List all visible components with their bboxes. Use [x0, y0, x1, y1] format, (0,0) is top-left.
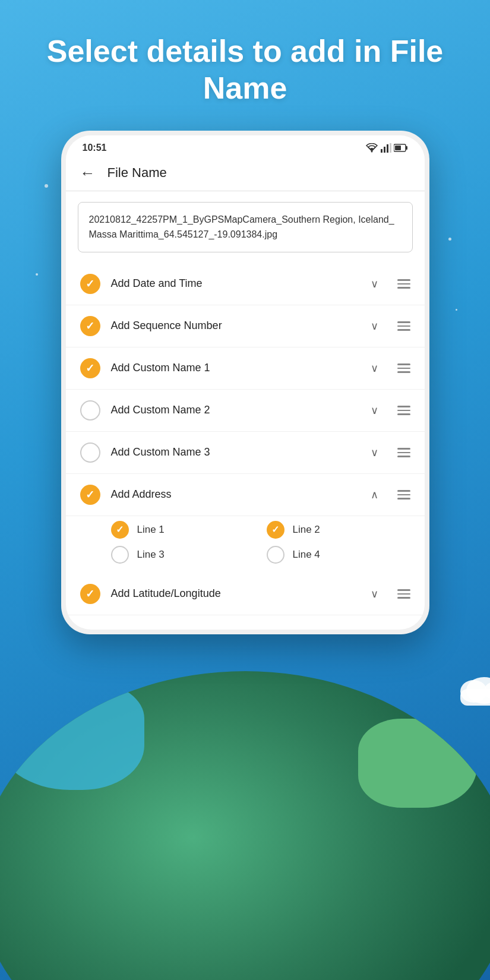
wifi-icon [365, 143, 378, 153]
signal-icon [381, 143, 391, 153]
sub-item-line1: ✓ Line 1 [111, 521, 255, 539]
checkmark-icon: ✓ [86, 488, 94, 501]
svg-rect-7 [395, 146, 401, 150]
back-button[interactable]: ← [80, 164, 96, 182]
chevron-up-icon[interactable]: ∧ [371, 488, 378, 501]
battery-icon [394, 144, 408, 152]
svg-rect-4 [390, 143, 391, 153]
sub-label-line3: Line 3 [137, 549, 165, 561]
filename-preview: 20210812_42257PM_1_ByGPSMapCamera_Southe… [78, 202, 413, 252]
item-label-custom-name-3: Add Custom Name 3 [111, 446, 360, 459]
checkmark-icon: ✓ [271, 524, 279, 535]
chevron-down-icon[interactable]: ∨ [371, 587, 378, 600]
address-sub-items: ✓ Line 1 ✓ Line 2 Line 3 Line 4 [66, 516, 425, 573]
list-item: Add Custom Name 2 ∨ [66, 390, 425, 432]
screen-title: File Name [108, 165, 167, 181]
app-bar: ← File Name [66, 158, 425, 191]
drag-handle-icon[interactable] [397, 363, 410, 373]
drag-handle-icon[interactable] [397, 321, 410, 331]
chevron-down-icon[interactable]: ∨ [371, 404, 378, 417]
sub-label-line2: Line 2 [293, 524, 320, 536]
page-title: Select details to add in File Name [0, 0, 490, 131]
drag-handle-icon[interactable] [397, 279, 410, 289]
checkbox-custom-name-2[interactable] [80, 400, 100, 421]
item-label-address: Add Address [111, 488, 360, 501]
sub-label-line4: Line 4 [293, 549, 320, 561]
chevron-down-icon[interactable]: ∨ [371, 277, 378, 290]
drag-handle-icon[interactable] [397, 490, 410, 500]
checkbox-custom-name-1[interactable]: ✓ [80, 358, 100, 378]
checkmark-icon: ✓ [86, 320, 94, 333]
item-label-sequence-number: Add Sequence Number [111, 320, 360, 332]
status-bar: 10:51 [66, 135, 425, 158]
options-list: ✓ Add Date and Time ∨ ✓ Add Sequence Num… [66, 263, 425, 630]
drag-handle-icon[interactable] [397, 589, 410, 599]
status-icons [365, 143, 408, 153]
chevron-down-icon[interactable]: ∨ [371, 446, 378, 459]
drag-handle-icon[interactable] [397, 448, 410, 457]
background-earth [0, 671, 490, 980]
checkbox-line4[interactable] [267, 546, 284, 564]
checkmark-icon: ✓ [86, 277, 94, 290]
list-item: ✓ Add Date and Time ∨ [66, 263, 425, 305]
checkbox-line3[interactable] [111, 546, 129, 564]
item-label-custom-name-1: Add Custom Name 1 [111, 362, 360, 374]
svg-rect-6 [406, 146, 407, 150]
star-decoration [45, 184, 48, 188]
checkbox-latitude-longitude[interactable]: ✓ [80, 584, 100, 604]
checkbox-custom-name-3[interactable] [80, 442, 100, 463]
sub-item-line4: Line 4 [267, 546, 410, 564]
sub-item-line2: ✓ Line 2 [267, 521, 410, 539]
drag-handle-icon[interactable] [397, 406, 410, 415]
list-item: ✓ Add Custom Name 1 ∨ [66, 347, 425, 390]
star-decoration [456, 309, 457, 311]
svg-rect-2 [384, 147, 385, 153]
svg-point-0 [371, 150, 372, 152]
item-label-latitude-longitude: Add Latitude/Longitude [111, 587, 360, 600]
checkbox-sequence-number[interactable]: ✓ [80, 316, 100, 336]
list-item: ✓ Add Sequence Number ∨ [66, 305, 425, 347]
sub-item-line3: Line 3 [111, 546, 255, 564]
chevron-down-icon[interactable]: ∨ [371, 320, 378, 333]
list-item: ✓ Add Latitude/Longitude ∨ [66, 573, 425, 615]
status-time: 10:51 [83, 143, 107, 153]
svg-rect-3 [387, 144, 388, 153]
checkmark-icon: ✓ [86, 362, 94, 375]
star-decoration [36, 273, 38, 276]
list-item: Add Custom Name 3 ∨ [66, 432, 425, 474]
phone-mockup: 10:51 [61, 131, 429, 634]
checkbox-line1[interactable]: ✓ [111, 521, 129, 539]
checkbox-line2[interactable]: ✓ [267, 521, 284, 539]
sub-label-line1: Line 1 [137, 524, 165, 536]
list-item: ✓ Add Address ∧ [66, 474, 425, 516]
item-label-custom-name-2: Add Custom Name 2 [111, 404, 360, 416]
chevron-down-icon[interactable]: ∨ [371, 362, 378, 375]
checkmark-icon: ✓ [116, 524, 124, 535]
checkbox-date-time[interactable]: ✓ [80, 274, 100, 294]
checkbox-address[interactable]: ✓ [80, 485, 100, 505]
star-decoration [448, 238, 451, 241]
svg-rect-1 [381, 149, 382, 153]
item-label-date-time: Add Date and Time [111, 277, 360, 290]
checkmark-icon: ✓ [86, 587, 94, 600]
